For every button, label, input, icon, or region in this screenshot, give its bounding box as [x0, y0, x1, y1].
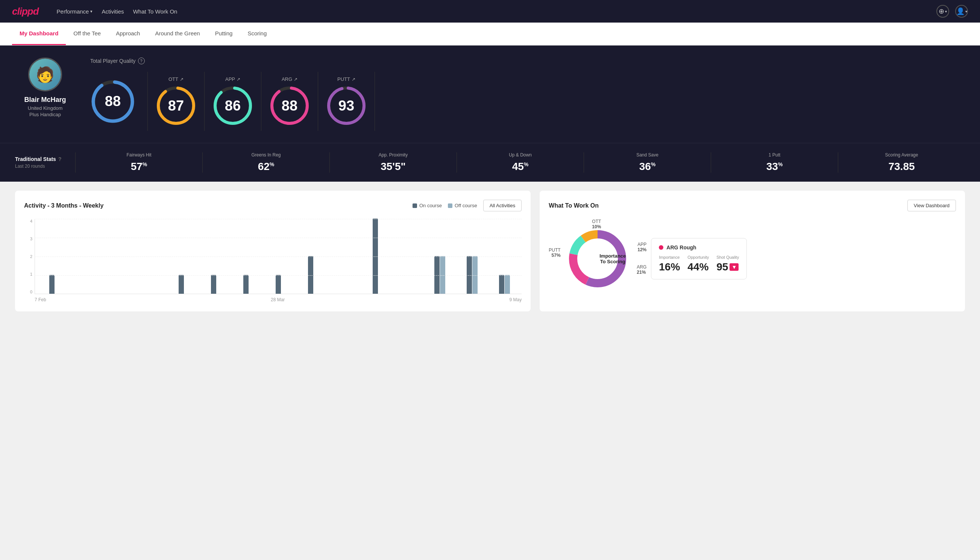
info-metrics: Importance 16% Opportunity 44% Shot Qual…: [659, 255, 739, 273]
chart-legend: On course Off course: [413, 203, 477, 208]
activity-chart-card: Activity - 3 Months - Weekly On course O…: [15, 191, 531, 312]
legend-offcourse: Off course: [448, 203, 477, 208]
arg-score: 88: [282, 98, 298, 114]
chart-area: [35, 219, 522, 294]
tab-putting[interactable]: Putting: [208, 23, 240, 45]
info-card: ARG Rough Importance 16% Opportunity 44%: [651, 238, 747, 280]
tab-my-dashboard[interactable]: My Dashboard: [12, 23, 66, 45]
add-button[interactable]: ⊕ ▾: [937, 5, 949, 18]
x-axis-labels: 7 Feb 28 Mar 9 May: [24, 297, 522, 302]
player-info: 🧑 Blair McHarg United Kingdom Plus Handi…: [15, 58, 75, 117]
stat-1-putt: 1 Putt 33%: [711, 152, 838, 173]
main-nav: Performance ▾ Activities What To Work On: [54, 7, 181, 16]
y-axis-labels: 4 3 2 1 0: [24, 219, 35, 294]
trad-stats-label: Traditional Stats: [15, 156, 56, 162]
info-opportunity: Opportunity 44%: [687, 255, 709, 273]
user-icon: 👤: [956, 7, 965, 15]
player-country: United Kingdom: [28, 105, 63, 111]
what-to-work-content: Importance To Scoring OTT 10% APP 12% AR…: [549, 217, 956, 300]
arrow-up-icon: ↗: [352, 77, 355, 82]
donut-label-ott: OTT 10%: [592, 219, 601, 229]
score-card-app: APP ↗ 86: [205, 72, 261, 131]
nav-activities[interactable]: Activities: [98, 7, 127, 16]
all-activities-button[interactable]: All Activities: [483, 200, 522, 212]
chevron-down-icon: ▾: [90, 9, 93, 14]
app-score: 86: [225, 98, 241, 114]
scores-title: Total Player Quality ?: [90, 58, 965, 64]
view-dashboard-button[interactable]: View Dashboard: [907, 200, 956, 212]
stat-fairways-hit: Fairways Hit 57%: [75, 152, 202, 173]
legend-oncourse: On course: [413, 203, 442, 208]
plus-icon: ⊕: [938, 7, 944, 15]
trad-stats-sublabel: Last 20 rounds: [15, 163, 75, 169]
header-right: ⊕ ▾ 👤 ▾: [937, 5, 968, 18]
avatar: 🧑: [28, 58, 62, 92]
scores-section: Total Player Quality ? 88 OTT: [90, 58, 965, 131]
bottom-section: Activity - 3 Months - Weekly On course O…: [0, 182, 980, 320]
player-name: Blair McHarg: [24, 96, 66, 104]
what-to-work-on-card: What To Work On View Dashboard Impor: [540, 191, 965, 312]
hero-section: 🧑 Blair McHarg United Kingdom Plus Handi…: [0, 45, 980, 143]
arrow-up-icon: ↗: [236, 77, 240, 82]
bar-chart: 4 3 2 1 0: [24, 219, 522, 302]
donut-center-line1: Importance: [599, 253, 626, 259]
what-to-work-title: What To Work On: [549, 202, 907, 209]
info-shot-quality: Shot Quality 95 ▼: [716, 255, 739, 273]
user-menu[interactable]: 👤 ▾: [955, 5, 968, 18]
tab-scoring[interactable]: Scoring: [240, 23, 274, 45]
info-card-title-text: ARG Rough: [666, 245, 696, 250]
score-card-ott: OTT ↗ 87: [148, 72, 205, 131]
stat-scoring-avg: Scoring Average 73.85: [838, 152, 965, 173]
info-card-dot: [659, 245, 663, 250]
nav-performance[interactable]: Performance ▾: [54, 7, 96, 16]
tab-around-the-green[interactable]: Around the Green: [147, 23, 207, 45]
donut-label-arg: ARG 21%: [637, 264, 646, 275]
help-icon[interactable]: ?: [138, 58, 145, 64]
stat-up-down: Up & Down 45%: [456, 152, 584, 173]
tab-off-the-tee[interactable]: Off the Tee: [66, 23, 108, 45]
stat-app-proximity: App. Proximity 35'5": [329, 152, 456, 173]
logo[interactable]: clippd: [12, 6, 39, 17]
chevron-down-icon: ▾: [965, 9, 967, 13]
player-handicap: Plus Handicap: [29, 112, 61, 117]
donut-chart-wrapper: Importance To Scoring OTT 10% APP 12% AR…: [549, 217, 646, 300]
down-badge: ▼: [730, 263, 739, 271]
tab-approach[interactable]: Approach: [108, 23, 147, 45]
oncourse-dot: [413, 203, 417, 208]
putt-score: 93: [338, 98, 354, 114]
stat-sand-save: Sand Save 36%: [584, 152, 711, 173]
score-cards: OTT ↗ 87 APP ↗: [147, 72, 375, 131]
traditional-stats: Traditional Stats ? Last 20 rounds Fairw…: [0, 143, 980, 182]
info-importance: Importance 16%: [659, 255, 680, 273]
arrow-up-icon: ↗: [180, 77, 183, 82]
chevron-down-icon: ▾: [945, 9, 947, 13]
tabs-bar: My Dashboard Off the Tee Approach Around…: [0, 23, 980, 45]
donut-label-app: APP 12%: [637, 242, 646, 252]
ott-score: 87: [168, 98, 184, 114]
help-icon[interactable]: ?: [58, 156, 62, 162]
header: clippd Performance ▾ Activities What To …: [0, 0, 980, 23]
score-card-putt: PUTT ↗ 93: [318, 72, 375, 131]
offcourse-dot: [448, 203, 453, 208]
activity-chart-title: Activity - 3 Months - Weekly: [24, 202, 406, 209]
stat-greens-in-reg: Greens In Reg 62%: [202, 152, 329, 173]
donut-center-line2: To Scoring: [599, 259, 626, 264]
arrow-up-icon: ↗: [294, 77, 298, 82]
main-score-value: 88: [105, 93, 121, 110]
donut-label-putt: PUTT 57%: [549, 247, 560, 258]
nav-what-to-work-on[interactable]: What To Work On: [130, 7, 181, 16]
score-card-arg: ARG ↗ 88: [261, 72, 318, 131]
main-score-ring: 88: [90, 79, 135, 124]
